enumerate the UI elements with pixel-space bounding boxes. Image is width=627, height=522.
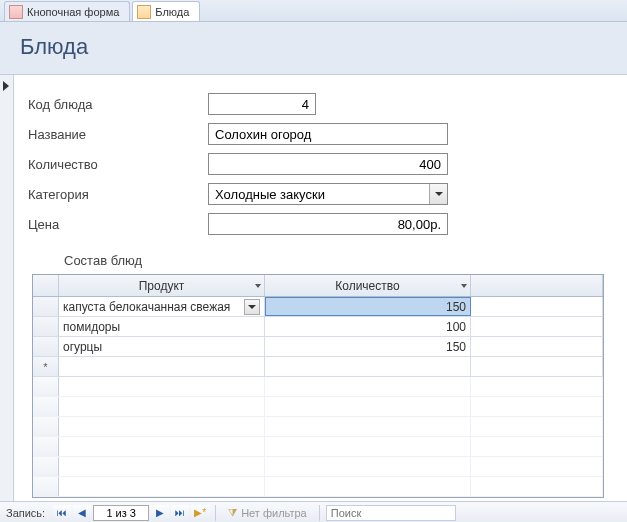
chevron-down-icon[interactable] bbox=[461, 284, 467, 288]
form-body: Код блюда Название Количество Категория … bbox=[0, 75, 627, 501]
form-icon bbox=[137, 5, 151, 19]
cell-product[interactable] bbox=[59, 357, 265, 376]
subform-header: Продукт Количество bbox=[33, 275, 603, 297]
combo-category[interactable] bbox=[208, 183, 448, 205]
table-row[interactable]: капуста белокачанная свежая 150 bbox=[33, 297, 603, 317]
new-record-icon[interactable]: * bbox=[33, 357, 59, 376]
nav-search-input[interactable] bbox=[326, 505, 456, 521]
cell-qty[interactable]: 150 bbox=[265, 297, 471, 316]
form-icon bbox=[9, 5, 23, 19]
label-name: Название bbox=[28, 127, 208, 142]
label-code: Код блюда bbox=[28, 97, 208, 112]
column-header-qty[interactable]: Количество bbox=[265, 275, 471, 296]
cell-product[interactable]: огурцы bbox=[59, 337, 265, 356]
nav-filter-status[interactable]: ⧩ Нет фильтра bbox=[222, 506, 313, 519]
nav-last-button[interactable]: ⏭ bbox=[171, 505, 189, 521]
table-row[interactable]: помидоры 100 bbox=[33, 317, 603, 337]
chevron-down-icon[interactable] bbox=[429, 184, 447, 204]
table-row-new[interactable]: * bbox=[33, 357, 603, 377]
input-qty[interactable] bbox=[208, 153, 448, 175]
label-category: Категория bbox=[28, 187, 208, 202]
table-row[interactable]: огурцы 150 bbox=[33, 337, 603, 357]
cell-qty[interactable]: 150 bbox=[265, 337, 471, 356]
row-selector[interactable] bbox=[33, 317, 59, 336]
tab-label: Блюда bbox=[155, 6, 189, 18]
tab-switchboard[interactable]: Кнопочная форма bbox=[4, 1, 130, 21]
nav-next-button[interactable]: ▶ bbox=[151, 505, 169, 521]
nav-position[interactable] bbox=[93, 505, 149, 521]
chevron-down-icon[interactable] bbox=[255, 284, 261, 288]
page-title: Блюда bbox=[0, 30, 627, 70]
funnel-icon: ⧩ bbox=[228, 506, 237, 519]
record-navigator: Запись: ⏮ ◀ ▶ ⏭ ▶* ⧩ Нет фильтра bbox=[0, 501, 627, 522]
column-header-blank bbox=[471, 275, 603, 296]
nav-new-button[interactable]: ▶* bbox=[191, 505, 209, 521]
nav-prev-button[interactable]: ◀ bbox=[73, 505, 91, 521]
label-price: Цена bbox=[28, 217, 208, 232]
input-code[interactable] bbox=[208, 93, 316, 115]
row-selector[interactable] bbox=[33, 337, 59, 356]
input-name[interactable] bbox=[208, 123, 448, 145]
nav-first-button[interactable]: ⏮ bbox=[53, 505, 71, 521]
select-all-rows[interactable] bbox=[33, 275, 59, 296]
subform-ingredients: Продукт Количество капуста белокачанная … bbox=[32, 274, 604, 498]
cell-qty[interactable]: 100 bbox=[265, 317, 471, 336]
tab-dishes[interactable]: Блюда bbox=[132, 1, 200, 21]
column-header-product[interactable]: Продукт bbox=[59, 275, 265, 296]
cell-product[interactable]: капуста белокачанная свежая bbox=[59, 297, 265, 316]
input-price[interactable] bbox=[208, 213, 448, 235]
record-selector[interactable] bbox=[0, 75, 14, 501]
cell-product[interactable]: помидоры bbox=[59, 317, 265, 336]
combo-category-input[interactable] bbox=[209, 184, 429, 204]
row-selector[interactable] bbox=[33, 297, 59, 316]
cell-qty[interactable] bbox=[265, 357, 471, 376]
label-qty: Количество bbox=[28, 157, 208, 172]
chevron-down-icon[interactable] bbox=[244, 299, 260, 315]
subform-title: Состав блюд bbox=[64, 253, 619, 268]
document-tabs: Кнопочная форма Блюда bbox=[0, 0, 627, 22]
nav-label: Запись: bbox=[4, 507, 51, 519]
tab-label: Кнопочная форма bbox=[27, 6, 119, 18]
form-header: Блюда bbox=[0, 22, 627, 75]
